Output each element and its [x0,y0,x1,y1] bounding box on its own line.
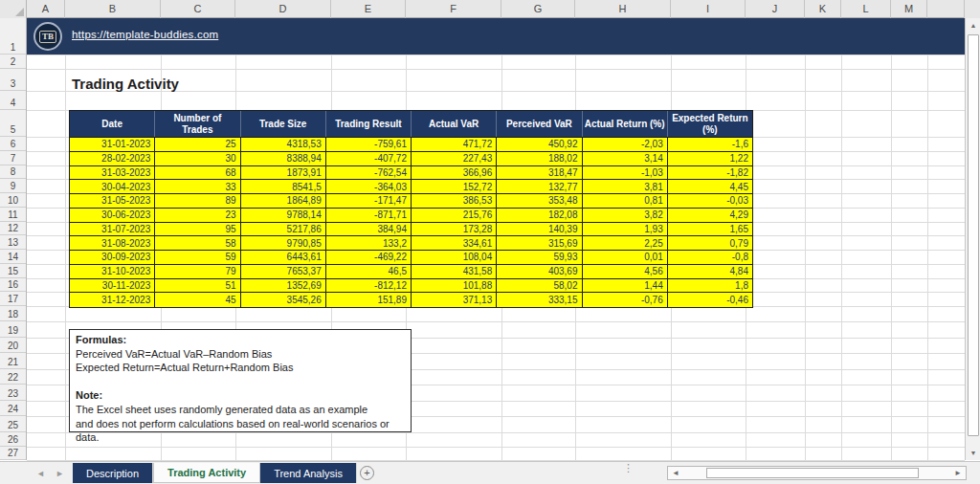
row-number-23[interactable]: 23 [0,385,26,401]
table-cell[interactable]: 0,79 [668,236,752,251]
row-number-26[interactable]: 26 [0,432,26,447]
row-number-8[interactable]: 8 [0,165,26,180]
row-number-4[interactable]: 4 [0,91,26,110]
table-cell[interactable]: 151,89 [326,293,412,307]
row-number-22[interactable]: 22 [0,369,26,385]
table-cell[interactable]: 31-03-2023 [70,166,155,181]
column-header-M[interactable]: M [891,0,927,18]
column-header-E[interactable]: E [331,0,406,18]
table-cell[interactable]: 51 [155,279,240,294]
tab-nav-right-icon[interactable]: ► [56,469,64,478]
table-cell[interactable]: 31-08-2023 [70,236,155,251]
table-cell[interactable]: 132,77 [497,180,582,194]
sheet-tab-description[interactable]: Description [73,463,153,483]
row-number-7[interactable]: 7 [0,151,26,165]
table-header-cell[interactable]: Expected Return (%) [668,111,752,137]
row-number-19[interactable]: 19 [0,321,26,338]
sheet-tab-trading-activity[interactable]: Trading Activity [153,463,260,483]
column-header-F[interactable]: F [406,0,501,18]
table-cell[interactable]: 2,25 [583,236,668,251]
table-cell[interactable]: 58 [155,236,240,251]
table-cell[interactable]: 9788,14 [241,209,326,223]
row-number-11[interactable]: 11 [0,208,26,222]
table-cell[interactable]: 1352,69 [241,279,326,294]
table-cell[interactable]: -812,12 [326,279,412,294]
table-cell[interactable]: 1864,89 [241,194,326,209]
column-header-C[interactable]: C [161,0,235,18]
row-number-5[interactable]: 5 [0,110,26,137]
table-cell[interactable]: 108,04 [412,251,497,265]
table-cell[interactable]: 3545,26 [241,293,326,307]
table-cell[interactable]: 152,72 [412,180,497,194]
table-cell[interactable]: 9790,85 [241,236,326,251]
table-cell[interactable]: 353,48 [497,194,582,209]
table-header-cell[interactable]: Actual VaR [412,111,497,137]
table-cell[interactable]: 3,81 [583,180,668,194]
row-number-16[interactable]: 16 [0,278,26,293]
table-cell[interactable]: 140,39 [497,223,582,237]
table-cell[interactable]: -1,6 [668,138,752,152]
table-cell[interactable]: 33 [155,180,240,194]
table-cell[interactable]: -0,03 [668,194,752,209]
row-number-21[interactable]: 21 [0,353,26,369]
row-number-9[interactable]: 9 [0,179,26,193]
table-cell[interactable]: 8388,94 [241,152,326,166]
column-header-H[interactable]: H [575,0,671,18]
sheet-tab-trend-analysis[interactable]: Trend Analysis [260,463,357,483]
table-cell[interactable]: -0,76 [583,293,668,307]
table-cell[interactable]: 45 [155,293,240,307]
add-sheet-icon[interactable]: + [360,466,374,480]
table-cell[interactable]: 101,88 [412,279,497,294]
row-number-2[interactable]: 2 [0,55,26,69]
table-cell[interactable]: 89 [155,194,240,209]
table-cell[interactable]: 30-06-2023 [70,209,155,223]
table-cell[interactable]: 30-04-2023 [70,180,155,194]
scroll-up-icon[interactable]: ▲ [967,18,980,33]
table-header-cell[interactable]: Trade Size [241,111,326,137]
table-cell[interactable]: 5217,86 [241,223,326,237]
table-cell[interactable]: 3,14 [583,152,668,166]
horizontal-scrollbar-thumb[interactable] [706,468,919,478]
table-cell[interactable]: 227,43 [412,152,497,166]
table-cell[interactable]: 366,96 [412,166,497,181]
table-cell[interactable]: 384,94 [326,223,412,237]
table-cell[interactable]: 450,92 [497,138,582,152]
row-number-12[interactable]: 12 [0,222,26,236]
row-number-18[interactable]: 18 [0,306,26,321]
column-header-K[interactable]: K [805,0,841,18]
table-cell[interactable]: 28-02-2023 [70,152,155,166]
table-cell[interactable]: 1,8 [668,279,752,294]
table-cell[interactable]: 59 [155,251,240,265]
table-cell[interactable]: 318,47 [497,166,582,181]
table-cell[interactable]: 30-11-2023 [70,279,155,294]
scroll-right-icon[interactable]: ► [954,469,962,477]
table-cell[interactable]: -407,72 [326,152,412,166]
table-cell[interactable]: 0,81 [583,194,668,209]
table-header-cell[interactable]: Trading Result [326,111,412,137]
table-cell[interactable]: -1,03 [583,166,668,181]
table-header-cell[interactable]: Number of Trades [155,111,240,137]
table-cell[interactable]: 31-12-2023 [70,293,155,307]
table-header-cell[interactable]: Actual Return (%) [583,111,668,137]
table-cell[interactable]: 46,5 [326,265,412,279]
table-header-cell[interactable]: Date [70,111,155,137]
table-cell[interactable]: 333,15 [497,293,582,307]
table-cell[interactable]: -871,71 [326,209,412,223]
table-cell[interactable]: 188,02 [497,152,582,166]
row-number-10[interactable]: 10 [0,193,26,208]
table-cell[interactable]: -469,22 [326,251,412,265]
table-cell[interactable]: 4318,53 [241,138,326,152]
table-cell[interactable]: 4,45 [668,180,752,194]
table-cell[interactable]: -364,03 [326,180,412,194]
website-link[interactable]: https://template-buddies.com [72,29,218,40]
table-cell[interactable]: 431,58 [412,265,497,279]
table-cell[interactable]: -2,03 [583,138,668,152]
table-cell[interactable]: -171,47 [326,194,412,209]
table-cell[interactable]: 173,28 [412,223,497,237]
column-header-L[interactable]: L [841,0,891,18]
table-cell[interactable]: 334,61 [412,236,497,251]
table-cell[interactable]: -1,82 [668,166,752,181]
column-header-A[interactable]: A [27,0,65,18]
table-cell[interactable]: 30 [155,152,240,166]
column-header-J[interactable]: J [746,0,805,18]
